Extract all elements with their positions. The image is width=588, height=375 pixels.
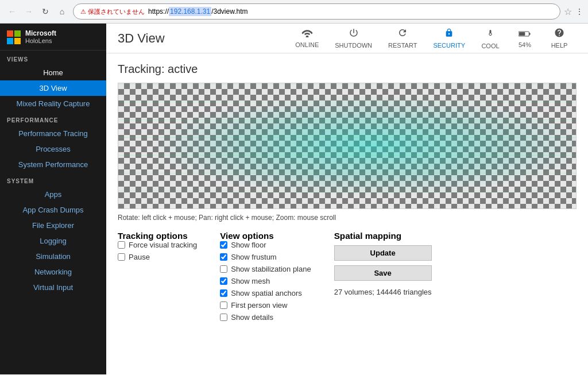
- sidebar-item-file-explorer[interactable]: File Explorer: [0, 218, 106, 233]
- browser-chrome: ← → ↻ ⌂ ⚠ 保護されていません https://192.168.1.31…: [0, 0, 588, 24]
- show-spatial-anchors-item[interactable]: Show spatial anchors: [220, 289, 311, 297]
- url-display: https://192.168.1.31/3dview.htm: [148, 7, 247, 16]
- sidebar-item-performance-tracing[interactable]: Performance Tracing: [0, 126, 106, 141]
- lock-icon: [444, 28, 454, 41]
- show-details-item[interactable]: Show details: [220, 313, 311, 322]
- sidebar-item-home[interactable]: Home: [0, 65, 106, 80]
- show-details-checkbox[interactable]: [220, 314, 227, 321]
- options-row: Tracking options Force visual tracking P…: [118, 231, 577, 325]
- sidebar-item-logging[interactable]: Logging: [0, 233, 106, 249]
- top-nav-items: ONLINE SHUTDOWN RESTART: [287, 24, 577, 53]
- tracking-options-col: Tracking options Force visual tracking P…: [118, 231, 197, 325]
- battery-icon: [519, 28, 531, 40]
- first-person-view-checkbox[interactable]: [220, 301, 227, 309]
- nav-restart[interactable]: RESTART: [380, 24, 425, 53]
- sidebar-logo: Microsoft HoloLens: [0, 24, 106, 51]
- show-mesh-item[interactable]: Show mesh: [220, 277, 311, 285]
- pause-checkbox[interactable]: [118, 253, 125, 261]
- help-icon: [554, 28, 564, 41]
- view-options-col: View options Show floor Show frustum Sho…: [220, 231, 311, 325]
- views-section-label: VIEWS: [0, 51, 106, 65]
- force-visual-tracking-checkbox[interactable]: [118, 241, 125, 249]
- sidebar-item-networking[interactable]: Networking: [0, 264, 106, 280]
- microsoft-logo-icon: [7, 30, 21, 44]
- top-nav: 3D View ONLINE SHUTDOWN: [106, 24, 588, 53]
- spatial-mapping-col: Spatial mapping Update Save 27 volumes; …: [334, 231, 432, 325]
- system-section-label: SYSTEM: [0, 172, 106, 187]
- back-button[interactable]: ←: [5, 4, 20, 19]
- page-title: 3D View: [118, 26, 165, 51]
- sidebar-item-app-crash-dumps[interactable]: App Crash Dumps: [0, 202, 106, 218]
- security-warning: ⚠ 保護されていません: [80, 7, 145, 16]
- update-button[interactable]: Update: [334, 245, 432, 261]
- sidebar: Microsoft HoloLens VIEWS Home 3D View Mi…: [0, 24, 106, 374]
- main-content: Tracking: active Rotate: left click + mo…: [106, 53, 588, 374]
- nav-cool[interactable]: COOL: [473, 24, 508, 53]
- nav-online[interactable]: ONLINE: [287, 24, 327, 53]
- refresh-button[interactable]: ↻: [38, 4, 53, 19]
- sidebar-item-simulation[interactable]: Simulation: [0, 249, 106, 264]
- view-options-title: View options: [220, 231, 311, 241]
- bookmark-button[interactable]: ☆: [564, 6, 572, 17]
- viewport-hint: Rotate: left click + mouse; Pan: right c…: [118, 214, 577, 222]
- power-icon: [349, 28, 359, 41]
- sidebar-item-mixed-reality[interactable]: Mixed Reality Capture: [0, 96, 106, 111]
- address-bar[interactable]: ⚠ 保護されていません https://192.168.1.31/3dview.…: [73, 3, 560, 20]
- sidebar-item-3dview[interactable]: 3D View: [0, 80, 106, 96]
- svg-rect-2: [519, 32, 525, 36]
- show-frustum-item[interactable]: Show frustum: [220, 253, 311, 261]
- 3d-viewport[interactable]: [118, 83, 577, 209]
- thermometer-icon: [487, 27, 494, 41]
- nav-security[interactable]: SECURITY: [425, 24, 473, 53]
- pause-item[interactable]: Pause: [118, 253, 197, 261]
- nav-help[interactable]: HELP: [542, 24, 577, 53]
- show-floor-checkbox[interactable]: [220, 241, 227, 249]
- nav-shutdown[interactable]: SHUTDOWN: [327, 24, 380, 53]
- tracking-options-title: Tracking options: [118, 231, 197, 241]
- wifi-icon: [301, 28, 313, 40]
- tracking-title: Tracking: active: [118, 63, 577, 76]
- show-mesh-checkbox[interactable]: [220, 277, 227, 285]
- performance-section-label: PERFORMANCE: [0, 111, 106, 126]
- spatial-mapping-title: Spatial mapping: [334, 231, 432, 241]
- show-stabilization-plane-item[interactable]: Show stabilization plane: [220, 265, 311, 273]
- home-button[interactable]: ⌂: [55, 4, 69, 19]
- nav-buttons: ← → ↻ ⌂: [5, 4, 69, 19]
- force-visual-tracking-item[interactable]: Force visual tracking: [118, 241, 197, 249]
- first-person-view-item[interactable]: First person view: [220, 301, 311, 310]
- spatial-info: 27 volumes; 144446 triangles: [334, 288, 432, 296]
- show-floor-item[interactable]: Show floor: [220, 241, 311, 249]
- restart-icon: [397, 28, 408, 41]
- sidebar-item-processes[interactable]: Processes: [0, 141, 106, 157]
- save-button[interactable]: Save: [334, 265, 432, 281]
- sidebar-item-apps[interactable]: Apps: [0, 187, 106, 202]
- sidebar-item-system-performance[interactable]: System Performance: [0, 157, 106, 172]
- show-spatial-anchors-checkbox[interactable]: [220, 289, 227, 297]
- sidebar-item-virtual-input[interactable]: Virtual Input: [0, 280, 106, 295]
- logo-text: Microsoft HoloLens: [25, 29, 56, 45]
- nav-battery[interactable]: 54%: [508, 24, 542, 53]
- svg-rect-1: [529, 33, 530, 35]
- show-frustum-checkbox[interactable]: [220, 253, 227, 261]
- app-container: Microsoft HoloLens VIEWS Home 3D View Mi…: [0, 24, 588, 374]
- show-stabilization-plane-checkbox[interactable]: [220, 265, 227, 273]
- forward-button[interactable]: →: [21, 4, 36, 19]
- green-grid-lines: [118, 83, 576, 208]
- browser-toolbar: ← → ↻ ⌂ ⚠ 保護されていません https://192.168.1.31…: [0, 0, 588, 23]
- menu-button[interactable]: ⋮: [575, 7, 583, 16]
